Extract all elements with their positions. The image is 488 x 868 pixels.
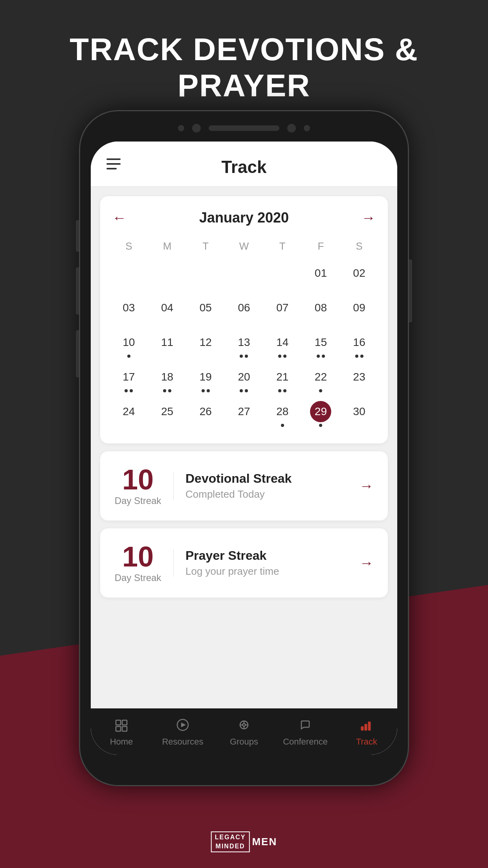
hamburger-line-1	[106, 158, 121, 160]
nav-label-track: Track	[356, 737, 377, 747]
nav-label-home: Home	[110, 737, 133, 747]
devotional-streak-number-block: 10 Day Streak	[114, 465, 161, 506]
cal-day-9[interactable]: 09	[340, 293, 378, 328]
cal-day-18[interactable]: 18	[148, 362, 187, 397]
cal-day-27[interactable]: 27	[225, 397, 263, 432]
svg-rect-14	[368, 722, 371, 730]
cal-day-24[interactable]: 24	[110, 397, 148, 432]
cal-day-28[interactable]: 28	[263, 397, 302, 432]
devotional-streak-number: 10	[114, 465, 161, 494]
calendar-prev-button[interactable]: ←	[110, 208, 129, 228]
calendar-grid: S M T W T F S 01 02	[110, 237, 378, 432]
menu-button[interactable]	[106, 158, 121, 169]
nav-item-conference[interactable]: Conference	[275, 708, 336, 755]
cal-day-14[interactable]: 14	[263, 328, 302, 362]
cal-day-7[interactable]: 07	[263, 293, 302, 328]
phone-camera-left	[178, 125, 184, 131]
prayer-streak-divider	[173, 549, 174, 577]
phone-camera-right	[287, 124, 296, 132]
svg-rect-13	[365, 724, 367, 730]
calendar-next-button[interactable]: →	[359, 208, 378, 228]
devotional-streak-subtitle: Completed Today	[185, 488, 348, 500]
svg-rect-0	[116, 720, 121, 725]
phone-camera	[192, 124, 201, 132]
svg-rect-12	[361, 726, 363, 730]
cal-day-6[interactable]: 06	[225, 293, 263, 328]
prayer-streak-number: 10	[114, 542, 161, 571]
cal-day-19[interactable]: 19	[186, 362, 225, 397]
calendar-header: ← January 2020 →	[110, 208, 378, 228]
cal-header-sun: S	[110, 237, 148, 259]
nav-item-home[interactable]: Home	[91, 708, 152, 755]
logo-line2: MINDED	[215, 842, 246, 851]
cal-day-4[interactable]: 04	[148, 293, 187, 328]
prayer-streak-arrow[interactable]: →	[360, 555, 374, 571]
hamburger-line-3	[106, 168, 117, 169]
phone-btn-power	[409, 259, 412, 322]
devotional-streak-card[interactable]: 10 Day Streak Devotional Streak Complete…	[100, 451, 388, 520]
header-title: Track	[222, 157, 267, 177]
cal-day-29[interactable]: 29	[302, 397, 340, 432]
cal-day-17[interactable]: 17	[110, 362, 148, 397]
cal-day-empty-2	[148, 259, 187, 293]
cal-day-15[interactable]: 15	[302, 328, 340, 362]
nav-label-resources: Resources	[162, 737, 203, 747]
cal-day-12[interactable]: 12	[186, 328, 225, 362]
phone-btn-volume-up	[76, 267, 79, 314]
phone-btn-volume-mute	[76, 220, 79, 252]
app-header: Track	[91, 142, 397, 187]
cal-header-fri: F	[302, 237, 340, 259]
logo-suffix: MEN	[252, 836, 277, 848]
cal-day-23[interactable]: 23	[340, 362, 378, 397]
footer-logo: LEGACY MINDED MEN	[211, 831, 277, 852]
cal-header-mon: M	[148, 237, 187, 259]
nav-item-resources[interactable]: Resources	[152, 708, 213, 755]
calendar-card: ← January 2020 → S M T W T	[100, 196, 388, 443]
cal-day-8[interactable]: 08	[302, 293, 340, 328]
cal-day-3[interactable]: 03	[110, 293, 148, 328]
calendar-month-label: January 2020	[199, 210, 289, 226]
cal-header-tue: T	[186, 237, 225, 259]
devotional-streak-title: Devotional Streak	[185, 471, 348, 486]
svg-rect-1	[122, 720, 127, 725]
prayer-streak-number-block: 10 Day Streak	[114, 542, 161, 583]
cal-day-1[interactable]: 01	[302, 259, 340, 293]
cal-day-11[interactable]: 11	[148, 328, 187, 362]
resources-icon	[174, 716, 191, 734]
calendar-prev-arrow: ←	[112, 210, 127, 226]
cal-day-10[interactable]: 10	[110, 328, 148, 362]
logo-box: LEGACY MINDED	[211, 831, 250, 852]
prayer-streak-card[interactable]: 10 Day Streak Prayer Streak Log your pra…	[100, 528, 388, 598]
nav-label-groups: Groups	[230, 737, 258, 747]
calendar-next-arrow: →	[361, 210, 376, 226]
prayer-streak-title: Prayer Streak	[185, 548, 348, 563]
cal-day-2[interactable]: 02	[340, 259, 378, 293]
hamburger-line-2	[106, 163, 121, 165]
devotional-streak-day-label: Day Streak	[114, 495, 161, 506]
svg-point-7	[243, 724, 246, 726]
nav-label-conference: Conference	[283, 737, 328, 747]
cal-day-empty-4	[225, 259, 263, 293]
cal-day-20[interactable]: 20	[225, 362, 263, 397]
svg-marker-5	[181, 723, 186, 727]
page-title: TRACK DEVOTIONS &PRAYER	[0, 31, 488, 104]
phone-btn-volume-down	[76, 330, 79, 377]
cal-day-21[interactable]: 21	[263, 362, 302, 397]
devotional-streak-arrow[interactable]: →	[360, 478, 374, 494]
cal-day-13[interactable]: 13	[225, 328, 263, 362]
cal-day-30[interactable]: 30	[340, 397, 378, 432]
prayer-streak-day-label: Day Streak	[114, 572, 161, 583]
devotional-streak-info: Devotional Streak Completed Today	[185, 471, 348, 500]
nav-item-track[interactable]: Track	[336, 708, 397, 755]
cal-day-25[interactable]: 25	[148, 397, 187, 432]
phone-top-bar	[169, 121, 319, 135]
cal-day-22[interactable]: 22	[302, 362, 340, 397]
phone-screen: Track ← January 2020 →	[91, 142, 397, 755]
cal-day-5[interactable]: 05	[186, 293, 225, 328]
home-icon	[113, 716, 130, 734]
nav-item-groups[interactable]: Groups	[213, 708, 275, 755]
app-scroll-area: ← January 2020 → S M T W T	[91, 187, 397, 708]
cal-day-16[interactable]: 16	[340, 328, 378, 362]
cal-day-26[interactable]: 26	[186, 397, 225, 432]
phone-camera-far-right	[304, 125, 310, 131]
